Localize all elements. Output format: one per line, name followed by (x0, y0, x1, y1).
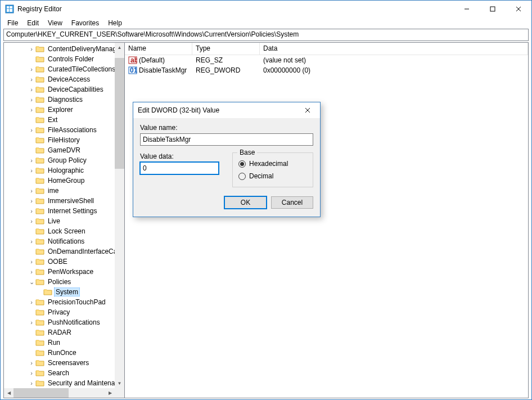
expand-toggle[interactable]: . (28, 177, 35, 184)
expand-toggle[interactable]: › (28, 167, 35, 174)
registry-tree[interactable]: ...›ContentDeliveryManag....Controls Fol… (4, 43, 124, 389)
tree-item[interactable]: ....Run (4, 338, 124, 348)
tree-vertical-scrollbar[interactable]: ▲ ▼ (115, 43, 124, 388)
radio-hexadecimal[interactable]: Hexadecimal (238, 159, 307, 169)
value-name-input[interactable] (140, 133, 313, 146)
minimize-button[interactable] (454, 1, 480, 17)
radio-decimal[interactable]: Decimal (238, 171, 307, 181)
tree-item[interactable]: ...›FileAssociations (4, 125, 124, 135)
menu-help[interactable]: Help (103, 18, 127, 28)
close-button[interactable] (506, 1, 531, 17)
expand-toggle[interactable]: › (28, 157, 35, 164)
horizontal-scroll-thumb[interactable] (13, 388, 69, 398)
dialog-titlebar[interactable]: Edit DWORD (32-bit) Value (133, 102, 320, 118)
scroll-up-button[interactable]: ▲ (115, 43, 124, 52)
tree-item[interactable]: ....Controls Folder (4, 54, 124, 64)
expand-toggle[interactable]: . (28, 137, 35, 143)
expand-toggle[interactable]: . (28, 147, 35, 154)
tree-item[interactable]: ....RunOnce (4, 348, 124, 358)
tree-horizontal-scrollbar[interactable]: ◀ ▶ (4, 388, 115, 398)
scroll-down-button[interactable]: ▼ (115, 379, 124, 388)
menu-view[interactable]: View (43, 18, 67, 28)
expand-toggle[interactable]: ⌄ (28, 278, 35, 286)
expand-toggle[interactable]: › (28, 66, 35, 73)
expand-toggle[interactable]: › (28, 218, 35, 224)
tree-item[interactable]: ...›ime (4, 186, 124, 196)
expand-toggle[interactable]: › (28, 208, 35, 214)
menu-favorites[interactable]: Favorites (67, 18, 103, 28)
tree-item[interactable]: ....RADAR (4, 327, 124, 338)
expand-toggle[interactable]: › (28, 359, 35, 366)
tree-item[interactable]: ...›PushNotifications (4, 317, 124, 327)
expand-toggle[interactable]: › (28, 238, 35, 245)
expand-toggle[interactable]: › (28, 370, 35, 376)
expand-toggle[interactable]: › (28, 268, 35, 275)
value-data-input[interactable] (140, 162, 219, 174)
expand-toggle[interactable]: › (28, 197, 35, 204)
address-bar[interactable]: Computer\HKEY_CURRENT_USER\Software\Micr… (3, 29, 529, 41)
tree-item[interactable]: ...›Diagnostics (4, 95, 124, 105)
vertical-scroll-thumb[interactable] (115, 58, 124, 169)
expand-toggle[interactable]: . (28, 248, 35, 255)
column-data[interactable]: Data (260, 43, 528, 55)
tree-item[interactable]: ....HomeGroup (4, 176, 124, 186)
tree-item[interactable]: ...⌄Policies (4, 277, 124, 287)
scroll-left-button[interactable]: ◀ (4, 388, 13, 398)
dialog-close-button[interactable] (300, 102, 315, 118)
column-type[interactable]: Type (192, 43, 260, 55)
expand-toggle[interactable]: . (28, 228, 35, 235)
tree-item[interactable]: ....GameDVR (4, 145, 124, 155)
expand-toggle[interactable]: . (28, 339, 35, 346)
tree-item[interactable]: ...›Search (4, 368, 124, 378)
expand-toggle[interactable]: › (28, 319, 35, 326)
tree-item[interactable]: ...›Live (4, 216, 124, 226)
expand-toggle[interactable]: › (28, 96, 35, 103)
menu-edit[interactable]: Edit (22, 18, 43, 28)
tree-item[interactable]: ...›Screensavers (4, 358, 124, 368)
expand-toggle[interactable]: › (28, 76, 35, 83)
expand-toggle[interactable]: › (28, 127, 35, 133)
column-name[interactable]: Name (125, 43, 192, 55)
expand-toggle[interactable]: › (28, 380, 35, 386)
expand-toggle[interactable]: . (28, 309, 35, 316)
expand-toggle[interactable]: › (28, 46, 35, 52)
expand-toggle[interactable]: . (28, 56, 35, 62)
tree-item[interactable]: ....Lock Screen (4, 226, 124, 236)
cancel-button[interactable]: Cancel (271, 196, 313, 209)
expand-toggle[interactable]: . (28, 116, 35, 123)
menu-file[interactable]: File (3, 18, 22, 28)
expand-toggle[interactable]: › (28, 299, 35, 305)
expand-toggle[interactable]: › (28, 258, 35, 265)
tree-item[interactable]: ...›Group Policy (4, 155, 124, 165)
tree-item[interactable]: ...›OOBE (4, 257, 124, 267)
tree-item[interactable]: ...›Explorer (4, 105, 124, 115)
expand-toggle[interactable]: › (28, 106, 35, 113)
tree-item[interactable]: ...›Holographic (4, 165, 124, 176)
expand-toggle[interactable]: › (28, 86, 35, 93)
tree-item[interactable]: ....Privacy (4, 307, 124, 317)
maximize-button[interactable] (480, 1, 506, 17)
list-row[interactable]: ab(Default)REG_SZ(value not set) (125, 55, 528, 65)
tree-item[interactable]: ....FileHistory (4, 135, 124, 145)
list-row[interactable]: 011DisableTaskMgrREG_DWORD0x00000000 (0) (125, 65, 528, 75)
expand-toggle[interactable]: . (28, 349, 35, 356)
tree-item[interactable]: ...›ImmersiveShell (4, 196, 124, 206)
tree-item[interactable]: ...›CuratedTileCollections (4, 64, 124, 74)
tree-item[interactable]: ...›Security and Maintenan (4, 378, 124, 388)
expand-toggle[interactable]: › (28, 187, 35, 194)
tree-item[interactable]: ....OnDemandInterfaceCa (4, 246, 124, 257)
scroll-right-button[interactable]: ▶ (105, 388, 115, 398)
tree-item[interactable]: ...›ContentDeliveryManag (4, 44, 124, 54)
tree-item[interactable]: ...›Internet Settings (4, 206, 124, 216)
expand-toggle[interactable]: . (28, 329, 35, 336)
tree-item[interactable]: .....System (4, 287, 124, 297)
tree-item[interactable]: ...›PenWorkspace (4, 267, 124, 277)
tree-item[interactable]: ...›Notifications (4, 236, 124, 246)
svg-text:ab: ab (130, 56, 137, 64)
tree-item[interactable]: ...›PrecisionTouchPad (4, 297, 124, 307)
ok-button[interactable]: OK (224, 196, 267, 209)
tree-item[interactable]: ...›DeviceCapabilities (4, 84, 124, 95)
tree-item[interactable]: ....Ext (4, 115, 124, 125)
tree-item[interactable]: ...›DeviceAccess (4, 74, 124, 84)
expand-toggle[interactable]: . (35, 289, 43, 295)
